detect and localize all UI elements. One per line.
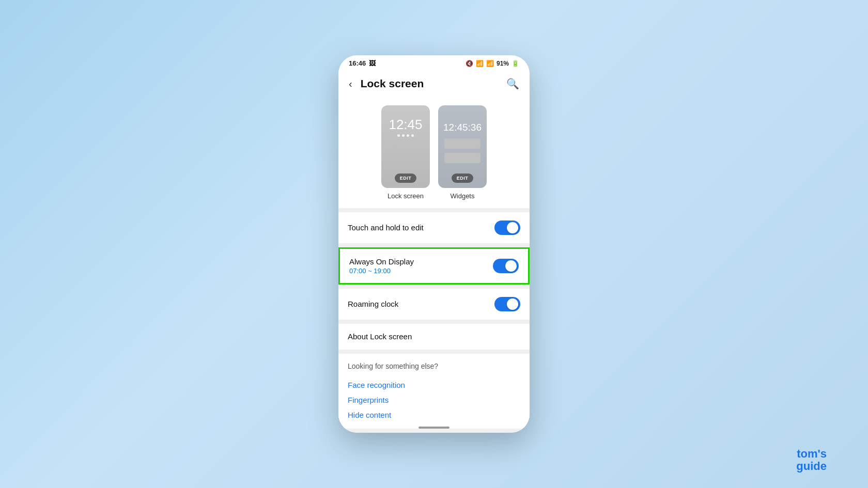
widgets-preview: 12:45:36 EDIT bbox=[438, 105, 487, 188]
suggestions-heading: Looking for something else? bbox=[348, 362, 520, 370]
roaming-clock-title: Roaming clock bbox=[348, 300, 398, 308]
aod-item[interactable]: Always On Display 07:00 ~ 19:00 bbox=[338, 247, 530, 285]
dot-2 bbox=[402, 134, 405, 137]
lock-screen-label: Lock screen bbox=[388, 192, 424, 200]
roaming-section: Roaming clock bbox=[338, 289, 530, 320]
preview-lock-time: 12:45 bbox=[389, 118, 422, 131]
lock-screen-edit-btn[interactable]: EDIT bbox=[395, 174, 417, 183]
photo-icon: 🖼 bbox=[369, 59, 376, 67]
preview-widgets-time: 12:45:36 bbox=[443, 122, 482, 133]
touch-hold-toggle[interactable] bbox=[494, 221, 520, 235]
about-item[interactable]: About Lock screen bbox=[338, 324, 530, 350]
status-time: 16:46 bbox=[349, 59, 366, 67]
suggestion-fingerprints[interactable]: Fingerprints bbox=[348, 392, 520, 407]
status-bar-left: 16:46 🖼 bbox=[349, 59, 376, 67]
lock-screen-card[interactable]: 12:45 EDIT Lock screen bbox=[381, 105, 430, 200]
preview-bar-2 bbox=[444, 153, 481, 163]
status-bar-right: 🔇 📶 📶 91% 🔋 bbox=[466, 60, 519, 67]
aod-toggle[interactable] bbox=[493, 259, 519, 273]
status-bar: 16:46 🖼 🔇 📶 📶 91% 🔋 bbox=[338, 55, 530, 70]
lock-screen-preview: 12:45 EDIT bbox=[381, 105, 430, 188]
touch-hold-item[interactable]: Touch and hold to edit bbox=[338, 212, 530, 243]
suggestion-face-recognition[interactable]: Face recognition bbox=[348, 377, 520, 392]
phone-frame: 16:46 🖼 🔇 📶 📶 91% 🔋 ‹ Lock screen 🔍 12:4… bbox=[338, 55, 530, 433]
touch-hold-content: Touch and hold to edit bbox=[348, 223, 494, 232]
scroll-indicator bbox=[419, 427, 450, 429]
dot-3 bbox=[407, 134, 409, 137]
widgets-label: Widgets bbox=[451, 192, 475, 200]
dot-4 bbox=[411, 134, 414, 137]
touch-hold-section: Touch and hold to edit bbox=[338, 212, 530, 243]
aod-section: Always On Display 07:00 ~ 19:00 bbox=[338, 247, 530, 285]
search-button[interactable]: 🔍 bbox=[504, 75, 521, 92]
roaming-clock-item[interactable]: Roaming clock bbox=[338, 289, 530, 320]
back-button[interactable]: ‹ bbox=[345, 76, 357, 92]
about-section: About Lock screen bbox=[338, 324, 530, 350]
mute-icon: 🔇 bbox=[466, 60, 473, 67]
battery-icon: 🔋 bbox=[512, 60, 519, 67]
battery-text: 91% bbox=[497, 60, 509, 67]
about-content: About Lock screen bbox=[348, 332, 520, 341]
preview-bar-1 bbox=[444, 138, 481, 149]
toms-guide-line1: tom's bbox=[796, 448, 827, 460]
touch-hold-title: Touch and hold to edit bbox=[348, 223, 424, 232]
preview-bars bbox=[444, 138, 481, 163]
aod-content: Always On Display 07:00 ~ 19:00 bbox=[349, 257, 493, 275]
app-header: ‹ Lock screen 🔍 bbox=[338, 70, 530, 99]
about-title: About Lock screen bbox=[348, 332, 412, 341]
toms-guide-line2: guide bbox=[796, 460, 827, 473]
suggestion-hide-content[interactable]: Hide content bbox=[348, 407, 520, 422]
aod-title: Always On Display bbox=[349, 257, 493, 266]
aod-subtitle: 07:00 ~ 19:00 bbox=[349, 267, 493, 275]
wifi-icon: 📶 bbox=[476, 60, 484, 67]
signal-icon: 📶 bbox=[486, 60, 494, 67]
page-title: Lock screen bbox=[361, 77, 500, 90]
suggestions-section: Looking for something else? Face recogni… bbox=[338, 354, 530, 429]
content-area: 12:45 EDIT Lock screen 12:45:36 bbox=[338, 99, 530, 433]
widgets-edit-btn[interactable]: EDIT bbox=[452, 174, 474, 183]
toms-guide-watermark: tom's guide bbox=[796, 448, 827, 473]
roaming-clock-content: Roaming clock bbox=[348, 300, 494, 309]
dot-1 bbox=[397, 134, 400, 137]
preview-section: 12:45 EDIT Lock screen 12:45:36 bbox=[338, 99, 530, 208]
preview-dots bbox=[397, 134, 414, 137]
widgets-card[interactable]: 12:45:36 EDIT Widgets bbox=[438, 105, 487, 200]
roaming-clock-toggle[interactable] bbox=[494, 297, 520, 311]
